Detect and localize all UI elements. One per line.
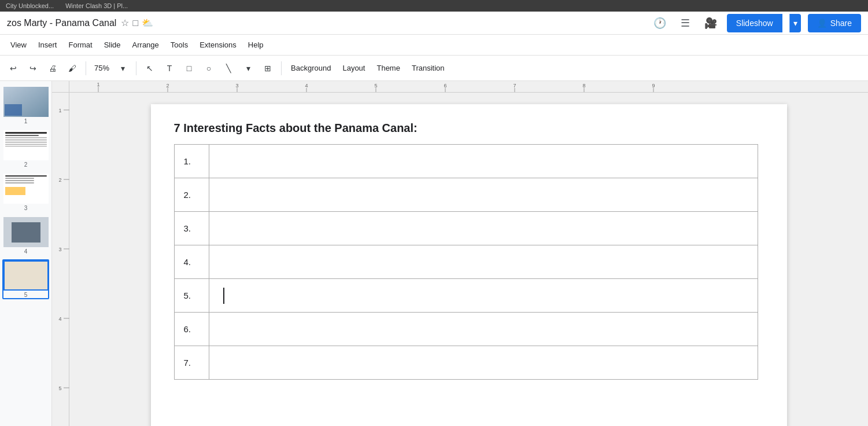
table-row: 4. [174, 245, 758, 279]
fact-content-4[interactable] [209, 245, 758, 279]
title-icons: ☆ □ ⛅ [121, 17, 153, 28]
slide-title: 7 Interesting Facts about the Panama Can… [174, 122, 758, 135]
ruler-vertical: 1 2 3 4 5 [52, 93, 69, 426]
redo-button[interactable]: ↪ [24, 60, 42, 77]
svg-text:7: 7 [513, 83, 516, 89]
title-bar: zos Marty - Panama Canal ☆ □ ⛅ 🕐 ☰ 🎥 Sli… [0, 12, 868, 35]
svg-text:2: 2 [58, 177, 61, 183]
document-title: zos Marty - Panama Canal [7, 18, 116, 28]
svg-text:3: 3 [235, 83, 238, 89]
menu-bar: View Insert Format Slide Arrange Tools E… [0, 35, 868, 56]
fact-content-7[interactable] [209, 346, 758, 380]
slide-preview-5 [3, 260, 49, 291]
zoom-value[interactable]: 75% [91, 61, 113, 75]
image-tool[interactable]: □ [180, 60, 198, 77]
separator-1 [86, 61, 86, 75]
browser-tab2[interactable]: Winter Clash 3D | Pl... [65, 2, 128, 9]
fact-content-5[interactable] [209, 279, 758, 313]
svg-text:5: 5 [58, 385, 61, 391]
fact-number-4: 4. [174, 245, 209, 279]
video-icon[interactable]: 🎥 [701, 14, 720, 32]
slide-canvas[interactable]: 7 Interesting Facts about the Panama Can… [151, 104, 787, 426]
shape-tool[interactable]: ○ [200, 60, 217, 77]
comments-icon[interactable]: ☰ [676, 14, 695, 32]
slide-thumb-2[interactable]: 2 [2, 129, 49, 169]
theme-button[interactable]: Theme [372, 61, 404, 75]
fact-number-1: 1. [174, 145, 209, 178]
cloud-icon[interactable]: ⛅ [142, 17, 153, 28]
svg-text:4: 4 [58, 316, 61, 322]
ruler-horizontal: 1 2 3 4 5 6 7 8 9 [69, 81, 868, 93]
table-row: 1. [174, 145, 758, 178]
slide-thumb-3[interactable]: 3 [2, 172, 49, 212]
svg-text:4: 4 [305, 83, 308, 89]
star-icon[interactable]: ☆ [121, 17, 129, 28]
slide-preview-3 [3, 174, 49, 204]
menu-view[interactable]: View [5, 38, 32, 52]
facts-table[interactable]: 1. 2. [174, 144, 758, 380]
slide-image-3 [3, 174, 49, 204]
fact-number-7: 7. [174, 346, 209, 380]
slide-number-1: 1 [3, 118, 48, 124]
menu-insert[interactable]: Insert [32, 38, 63, 52]
menu-extensions[interactable]: Extensions [194, 38, 242, 52]
content-area: 1 2 [0, 81, 868, 426]
cursor-tool[interactable]: ↖ [141, 60, 158, 77]
browser-bar: City Unblocked... Winter Clash 3D | Pl..… [0, 0, 868, 12]
folder-icon[interactable]: □ [132, 18, 138, 28]
ruler-container: 1 2 3 4 5 6 7 8 9 [52, 81, 868, 93]
background-button[interactable]: Background [286, 61, 335, 75]
slide-number-5: 5 [3, 292, 48, 298]
menu-help[interactable]: Help [242, 38, 269, 52]
line-dropdown[interactable]: ▾ [239, 60, 257, 77]
fact-number-3: 3. [174, 212, 209, 245]
fact-content-6[interactable] [209, 313, 758, 346]
share-button[interactable]: 👤 Share [808, 14, 861, 32]
canvas-wrapper: 7 Interesting Facts about the Panama Can… [69, 93, 868, 426]
fact-content-3[interactable] [209, 212, 758, 245]
text-tool[interactable]: T [161, 60, 178, 77]
header-right: 🕐 ☰ 🎥 Slideshow ▾ 👤 Share [651, 14, 861, 32]
slide-thumb-4[interactable]: 4 [2, 216, 49, 256]
undo-button[interactable]: ↩ [5, 60, 22, 77]
paint-format-button[interactable]: 🖌 [64, 60, 81, 77]
svg-text:6: 6 [444, 83, 446, 89]
table-row: 6. [174, 313, 758, 346]
menu-arrange[interactable]: Arrange [127, 38, 165, 52]
svg-text:9: 9 [652, 83, 655, 89]
zoom-dropdown[interactable]: ▾ [114, 60, 131, 77]
link-tool[interactable]: ⊞ [259, 60, 276, 77]
slide-preview-4 [3, 217, 49, 247]
menu-tools[interactable]: Tools [165, 38, 194, 52]
slide-preview-2 [3, 130, 49, 160]
slide-thumb-1[interactable]: 1 [2, 86, 49, 126]
slideshow-dropdown[interactable]: ▾ [789, 14, 801, 32]
fact-content-1[interactable] [209, 145, 758, 178]
slideshow-button[interactable]: Slideshow [727, 14, 782, 32]
slide-number-3: 3 [3, 205, 48, 211]
slide-image-5 [3, 260, 49, 291]
line-tool[interactable]: ╲ [220, 60, 237, 77]
browser-tab1[interactable]: City Unblocked... [6, 2, 54, 9]
slide-thumb-5[interactable]: 5 [2, 259, 49, 299]
menu-format[interactable]: Format [62, 38, 98, 52]
fact-content-2[interactable] [209, 178, 758, 212]
layout-button[interactable]: Layout [338, 61, 370, 75]
svg-text:8: 8 [582, 83, 585, 89]
svg-text:1: 1 [97, 82, 99, 87]
transition-button[interactable]: Transition [407, 61, 449, 75]
slide-image-2 [3, 130, 49, 160]
fact-number-5: 5. [174, 279, 209, 313]
toolbar: ↩ ↪ 🖨 🖌 75% ▾ ↖ T □ ○ ╲ ▾ ⊞ Background L… [0, 56, 868, 81]
share-label: Share [830, 19, 852, 28]
fact-number-2: 2. [174, 178, 209, 212]
print-button[interactable]: 🖨 [44, 60, 61, 77]
slide-preview-1 [3, 87, 49, 117]
slide-image-1 [3, 87, 49, 117]
zoom-container: 75% ▾ [91, 60, 131, 77]
menu-slide[interactable]: Slide [98, 38, 127, 52]
svg-text:5: 5 [374, 83, 377, 89]
history-icon[interactable]: 🕐 [651, 14, 669, 32]
table-row: 2. [174, 178, 758, 212]
slide-number-2: 2 [3, 161, 48, 168]
